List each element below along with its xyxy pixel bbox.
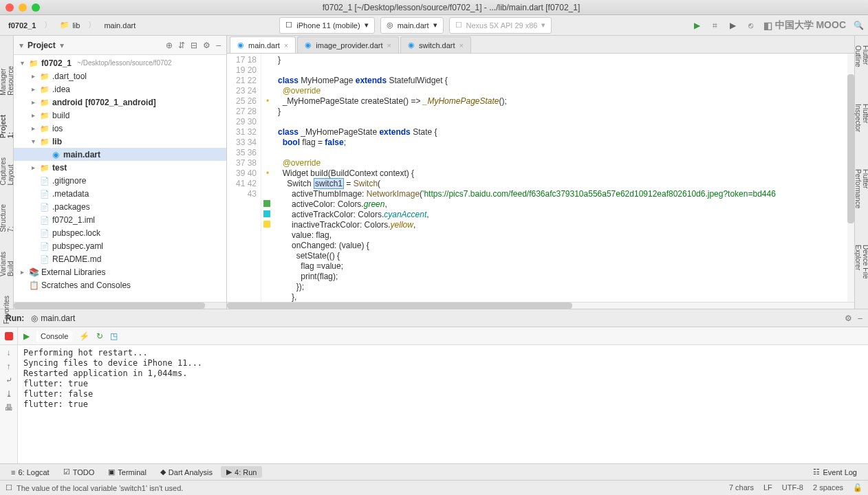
editor-tab-main-dart[interactable]: ◉main.dart× bbox=[230, 36, 296, 53]
tab-flutter-inspector[interactable]: Flutter Inspector bbox=[854, 101, 869, 156]
editor-hscroll[interactable] bbox=[227, 302, 854, 309]
tree-item-pubspec-lock[interactable]: pubspec.lock bbox=[14, 226, 226, 239]
scroll-end-icon[interactable]: ⤓ bbox=[6, 389, 12, 399]
up-icon[interactable]: ↑ bbox=[7, 362, 11, 371]
run-config-chip[interactable]: ◎ main.dart bbox=[31, 314, 75, 323]
run-config-selector[interactable]: ◎ main.dart ▾ bbox=[380, 17, 444, 34]
tree-item--idea[interactable]: ▸.idea bbox=[14, 82, 226, 96]
soft-wrap-icon[interactable]: ⤶ bbox=[6, 375, 12, 385]
expand-icon[interactable]: ▾ bbox=[18, 59, 26, 67]
editor-tab-switch-dart[interactable]: ◉switch.dart× bbox=[400, 36, 471, 53]
expand-icon[interactable]: ▾ bbox=[29, 138, 37, 145]
search-icon[interactable]: 🔍 bbox=[853, 20, 864, 31]
project-hscroll[interactable] bbox=[14, 302, 226, 309]
scrollbar-thumb[interactable] bbox=[14, 302, 205, 309]
print-icon[interactable]: 🖶 bbox=[5, 403, 13, 412]
collapse-icon[interactable]: ▾ bbox=[19, 41, 23, 50]
tree-external-libs[interactable]: ▸ 📚 External Libraries bbox=[14, 265, 226, 278]
expand-icon[interactable]: ▸ bbox=[29, 98, 37, 106]
hot-reload-icon[interactable]: ⚡ bbox=[79, 331, 89, 341]
debug-icon[interactable]: ⌗ bbox=[710, 20, 721, 31]
tree-item--packages[interactable]: .packages bbox=[14, 200, 226, 213]
tree-root-path: ~/Desktop/lesson/source/f0702 bbox=[77, 59, 172, 67]
tree-scratches[interactable]: 📋 Scratches and Consoles bbox=[14, 278, 226, 292]
tree-item-build[interactable]: ▸build bbox=[14, 109, 226, 122]
close-window-icon[interactable] bbox=[6, 3, 14, 12]
device-selector-2[interactable]: ☐ Nexus 5X API 29 x86 ▾ bbox=[449, 17, 552, 34]
tree-item-test[interactable]: ▸test bbox=[14, 161, 226, 174]
folder-icon bbox=[40, 111, 50, 120]
sort-icon[interactable]: ⇵ bbox=[178, 41, 185, 50]
tree-item--metadata[interactable]: .metadata bbox=[14, 187, 226, 200]
down-icon[interactable]: ↓ bbox=[7, 348, 11, 358]
close-tab-icon[interactable]: × bbox=[459, 41, 464, 50]
run-rerun-button[interactable] bbox=[0, 327, 18, 344]
hide-icon[interactable]: – bbox=[216, 41, 221, 50]
hide-icon[interactable]: – bbox=[858, 314, 862, 323]
tab-todo[interactable]: ☑ TODO bbox=[58, 466, 100, 478]
expand-icon[interactable]: ▸ bbox=[29, 85, 37, 93]
tab-terminal[interactable]: ▣ Terminal bbox=[102, 466, 152, 478]
tab-device-file-explorer[interactable]: Device File Explorer bbox=[854, 242, 869, 309]
tab-project[interactable]: 1: Project bbox=[0, 112, 14, 141]
tree-item--dart_tool[interactable]: ▸.dart_tool bbox=[14, 69, 226, 82]
tree-item-README-md[interactable]: README.md bbox=[14, 252, 226, 265]
tree-root[interactable]: ▾ f0702_1 ~/Desktop/lesson/source/f0702 bbox=[14, 56, 226, 69]
editor-tab-image_provider-dart[interactable]: ◉image_provider.dart× bbox=[297, 36, 399, 53]
tree-item-f0702_1-iml[interactable]: f0702_1.iml bbox=[14, 213, 226, 226]
breadcrumb-project[interactable]: f0702_1 bbox=[4, 18, 40, 33]
gear-icon[interactable]: ⚙ bbox=[845, 314, 852, 323]
tab-flutter-performance[interactable]: Flutter Performance bbox=[854, 166, 869, 232]
expand-icon[interactable]: ▸ bbox=[29, 124, 37, 132]
tab-run[interactable]: ▶ 4: Run bbox=[221, 466, 262, 478]
code-editor[interactable]: } class MyHomePage extends StatefulWidge… bbox=[274, 54, 847, 302]
tab-event-log[interactable]: ☷ Event Log bbox=[807, 466, 862, 478]
collapse-all-icon[interactable]: ⊟ bbox=[191, 41, 197, 50]
profile-icon[interactable]: ▶ bbox=[728, 20, 739, 31]
expand-icon[interactable]: ▸ bbox=[29, 164, 37, 171]
target-icon[interactable]: ⊕ bbox=[166, 41, 173, 50]
tab-build-variants[interactable]: Build Variants bbox=[0, 249, 14, 279]
close-tab-icon[interactable]: × bbox=[284, 41, 288, 50]
tree-item-label: f0702_1.iml bbox=[52, 215, 95, 225]
expand-icon[interactable]: ▸ bbox=[18, 268, 26, 276]
status-encoding[interactable]: UTF-8 bbox=[782, 483, 803, 492]
open-devtools-icon[interactable]: ◳ bbox=[110, 331, 118, 341]
status-icon[interactable]: ☐ bbox=[6, 483, 12, 492]
minimize-window-icon[interactable] bbox=[19, 3, 27, 12]
breadcrumb-file[interactable]: main.dart bbox=[100, 18, 140, 33]
expand-icon[interactable]: ▸ bbox=[29, 72, 37, 80]
expand-icon[interactable]: ▸ bbox=[29, 111, 37, 119]
tab-structure[interactable]: 7: Structure bbox=[0, 201, 14, 235]
status-indent[interactable]: 2 spaces bbox=[813, 483, 843, 492]
rerun-icon[interactable]: ▶ bbox=[23, 331, 30, 341]
device-selector[interactable]: ☐ iPhone 11 (mobile) ▾ bbox=[279, 17, 374, 34]
status-lock-icon[interactable]: 🔓 bbox=[853, 483, 862, 492]
tab-dart-analysis[interactable]: ◆ Dart Analysis bbox=[155, 466, 218, 478]
attach-icon[interactable]: ⎋ bbox=[746, 20, 757, 31]
tab-favorites[interactable]: Favorites bbox=[3, 293, 10, 327]
run-icon[interactable]: ▶ bbox=[692, 20, 703, 31]
tree-item-lib[interactable]: ▾lib bbox=[14, 135, 226, 148]
breadcrumb-folder[interactable]: 📁 lib bbox=[56, 18, 84, 33]
scrollbar-thumb[interactable] bbox=[227, 302, 572, 309]
dropdown-icon[interactable]: ▾ bbox=[60, 41, 64, 50]
console-tab[interactable]: Console bbox=[36, 331, 72, 342]
maximize-window-icon[interactable] bbox=[32, 3, 40, 12]
tab-flutter-outline[interactable]: Flutter Outline bbox=[854, 43, 869, 91]
tab-layout-captures[interactable]: Layout Captures bbox=[0, 155, 14, 188]
tree-item-android[interactable]: ▸android [f0702_1_android] bbox=[14, 96, 226, 109]
close-tab-icon[interactable]: × bbox=[387, 41, 391, 50]
console-output[interactable]: Performing hot restart... Syncing files … bbox=[18, 345, 868, 463]
tab-resource-manager[interactable]: Resource Manager bbox=[0, 63, 14, 98]
gear-icon[interactable]: ⚙ bbox=[203, 41, 210, 50]
hot-restart-icon[interactable]: ↻ bbox=[96, 331, 103, 341]
editor-vscroll[interactable] bbox=[847, 54, 854, 302]
tree-item--gitignore[interactable]: .gitignore bbox=[14, 174, 226, 187]
status-line-ending[interactable]: LF bbox=[763, 483, 772, 492]
tree-item-pubspec-yaml[interactable]: pubspec.yaml bbox=[14, 239, 226, 252]
scrollbar-thumb[interactable] bbox=[847, 74, 854, 223]
tree-item-ios[interactable]: ▸ios bbox=[14, 122, 226, 135]
tree-item-main-dart[interactable]: ◉main.dart bbox=[14, 148, 226, 161]
tab-logcat[interactable]: ≡ 6: Logcat bbox=[6, 467, 55, 478]
